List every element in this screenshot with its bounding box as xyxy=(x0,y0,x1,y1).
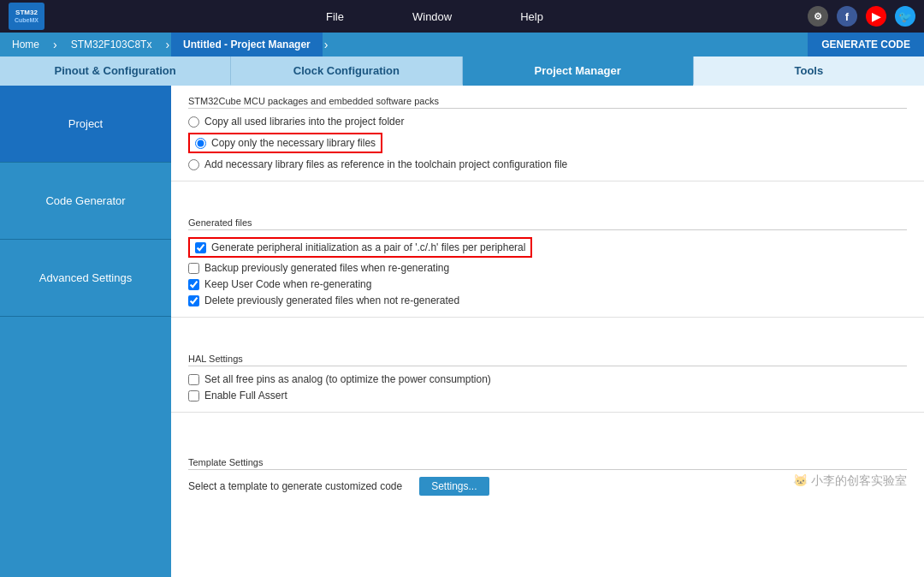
radio-input-3[interactable] xyxy=(188,159,199,170)
generated-files-section: Generated files Generate peripheral init… xyxy=(171,207,924,318)
radio-option-3[interactable]: Add necessary library files as reference… xyxy=(188,158,907,170)
logo-area: STM32 CubeMX xyxy=(9,3,44,30)
breadcrumb-arrow-3: › xyxy=(324,38,329,51)
radio-option-1[interactable]: Copy all used libraries into the project… xyxy=(188,116,907,128)
checkbox-item-2[interactable]: Backup previously generated files when r… xyxy=(188,262,907,274)
top-menu-bar: STM32 CubeMX File Window Help ⚙ f ▶ 🐦 xyxy=(0,0,924,33)
checkbox-group-generated: Generate peripheral initialization as a … xyxy=(188,237,907,306)
mcu-packs-section: STM32Cube MCU packages and embedded soft… xyxy=(171,86,924,181)
radio-input-2[interactable] xyxy=(195,138,206,149)
sidebar-item-advanced-settings[interactable]: Advanced Settings xyxy=(0,240,171,317)
menu-right-icons: ⚙ f ▶ 🐦 xyxy=(808,6,915,27)
tab-clock[interactable]: Clock Configuration xyxy=(231,57,462,86)
template-settings-section: Template Settings Select a template to g… xyxy=(171,447,924,506)
twitter-icon[interactable]: 🐦 xyxy=(895,6,915,27)
highlighted-checkbox: Generate peripheral initialization as a … xyxy=(188,237,532,258)
highlighted-radio-option: Copy only the necessary library files xyxy=(188,133,382,153)
menu-bar: File Window Help xyxy=(62,10,808,23)
hal-input-2[interactable] xyxy=(188,390,199,402)
tab-bar: Pinout & Configuration Clock Configurati… xyxy=(0,57,924,86)
template-settings-label: Template Settings xyxy=(188,457,907,470)
hal-input-1[interactable] xyxy=(188,374,199,385)
menu-window[interactable]: Window xyxy=(412,10,452,23)
hal-settings-section: HAL Settings Set all free pins as analog… xyxy=(171,343,924,413)
radio-group-mcu: Copy all used libraries into the project… xyxy=(188,116,907,170)
youtube-icon[interactable]: ▶ xyxy=(866,6,886,27)
checkbox-item-1[interactable]: Generate peripheral initialization as a … xyxy=(188,237,907,258)
hal-settings-label: HAL Settings xyxy=(188,354,907,366)
checkbox-input-1[interactable] xyxy=(195,242,206,253)
checkbox-input-4[interactable] xyxy=(188,295,199,306)
tab-tools[interactable]: Tools xyxy=(693,57,924,86)
breadcrumb-arrow-1: › xyxy=(53,38,57,51)
tab-project-manager[interactable]: Project Manager xyxy=(463,57,693,86)
breadcrumb-device[interactable]: STM32F103C8Tx xyxy=(59,33,164,57)
tab-pinout[interactable]: Pinout & Configuration xyxy=(0,57,231,86)
settings-icon[interactable]: ⚙ xyxy=(808,6,828,27)
hal-checkbox-1[interactable]: Set all free pins as analog (to optimize… xyxy=(188,373,907,385)
mcu-packs-label: STM32Cube MCU packages and embedded soft… xyxy=(188,96,907,109)
sidebar: Project Code Generator Advanced Settings xyxy=(0,86,171,577)
spacer-3 xyxy=(171,413,924,447)
generated-files-label: Generated files xyxy=(188,217,907,230)
content-area: STM32Cube MCU packages and embedded soft… xyxy=(171,86,924,577)
checkbox-item-3[interactable]: Keep User Code when re-generating xyxy=(188,278,907,290)
spacer-2 xyxy=(171,318,924,343)
breadcrumb-home[interactable]: Home xyxy=(0,33,51,57)
breadcrumb-arrow-2: › xyxy=(165,38,169,51)
menu-help[interactable]: Help xyxy=(520,10,543,23)
content-wrapper: STM32Cube MCU packages and embedded soft… xyxy=(171,86,924,506)
sidebar-item-project[interactable]: Project xyxy=(0,86,171,163)
facebook-icon[interactable]: f xyxy=(837,6,857,27)
radio-input-1[interactable] xyxy=(188,116,199,128)
app-logo: STM32 CubeMX xyxy=(9,3,44,30)
breadcrumb-bar: Home › STM32F103C8Tx › Untitled - Projec… xyxy=(0,33,924,57)
hal-checkbox-2[interactable]: Enable Full Assert xyxy=(188,390,907,402)
spacer-1 xyxy=(171,181,924,207)
checkbox-item-4[interactable]: Delete previously generated files when n… xyxy=(188,294,907,306)
main-area: Project Code Generator Advanced Settings… xyxy=(0,86,924,577)
template-description: Select a template to generate customized… xyxy=(188,480,402,492)
radio-option-2[interactable]: Copy only the necessary library files xyxy=(188,133,907,153)
sidebar-item-code-generator[interactable]: Code Generator xyxy=(0,163,171,240)
template-row: Select a template to generate customized… xyxy=(188,477,907,496)
checkbox-input-3[interactable] xyxy=(188,279,199,290)
checkbox-input-2[interactable] xyxy=(188,263,199,274)
breadcrumb-current[interactable]: Untitled - Project Manager xyxy=(171,33,323,57)
generate-code-button[interactable]: GENERATE CODE xyxy=(808,33,924,57)
settings-button[interactable]: Settings... xyxy=(419,477,489,496)
menu-file[interactable]: File xyxy=(326,10,344,23)
checkbox-group-hal: Set all free pins as analog (to optimize… xyxy=(188,373,907,402)
